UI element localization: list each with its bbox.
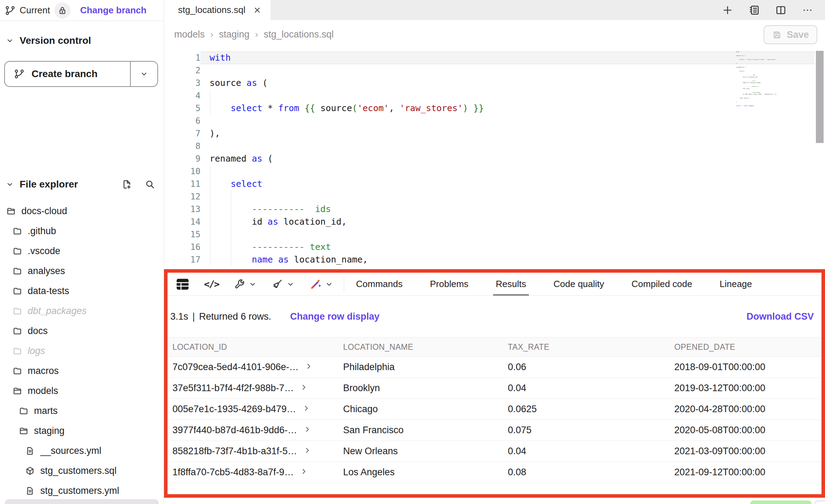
breadcrumb-part[interactable]: staging (219, 29, 250, 40)
plus-icon[interactable] (722, 5, 733, 16)
line-number: 10 (164, 165, 200, 178)
ellipsis-icon[interactable] (802, 5, 813, 16)
code-editor[interactable]: 1with23source as (45 select * from {{ so… (164, 47, 825, 269)
editor-header: models›staging›stg_locations.sql Save (164, 20, 825, 47)
expand-chevron-icon[interactable] (304, 425, 311, 433)
create-branch-label: Create branch (32, 68, 97, 80)
panel-tab-compiled-code[interactable]: Compiled code (630, 273, 694, 296)
tree-item-label: stg_customers.sql (40, 465, 117, 476)
tree-item-label: marts (34, 406, 58, 416)
tab-stg-locations-sql[interactable]: stg_locations.sql (168, 0, 271, 20)
table-row: 37e5f311-b7f4-4f2f-988b-7…Brooklyn0.0420… (168, 378, 821, 399)
close-icon[interactable] (253, 6, 261, 14)
table-cell: 2020-04-28T00:00:00 (669, 404, 821, 415)
change-branch-link[interactable]: Change branch (80, 5, 146, 16)
code-line-7: 7), (164, 127, 825, 140)
magic-wand-button[interactable] (309, 278, 333, 290)
file-explorer-section-header[interactable]: File explorer (0, 177, 164, 191)
wrench-button[interactable] (234, 279, 257, 290)
broom-button[interactable] (272, 279, 295, 290)
results-table-header: LOCATION_IDLOCATION_NAMETAX_RATEOPENED_D… (168, 337, 821, 357)
change-row-display-link[interactable]: Change row display (290, 311, 380, 322)
expand-chevron-icon[interactable] (305, 362, 313, 370)
tree-item-stg-customers-sql[interactable]: stg_customers.sql (0, 461, 164, 481)
create-branch-button[interactable]: Create branch (4, 61, 158, 87)
tree-item-models[interactable]: models (0, 381, 164, 401)
panel-toolbar: </> CommandsProblemsResultsCode qualityC… (168, 273, 821, 296)
breadcrumb: models›staging›stg_locations.sql (174, 29, 334, 40)
chevron-down-icon (286, 280, 295, 288)
panel-tab-commands[interactable]: Commands (355, 273, 404, 296)
code-button[interactable]: </> (204, 279, 219, 290)
column-header-location_name: LOCATION_NAME (338, 342, 503, 352)
breadcrumb-part[interactable]: stg_locations.sql (264, 29, 334, 40)
panel-tab-lineage[interactable]: Lineage (718, 273, 754, 296)
split-icon[interactable] (775, 5, 786, 16)
tree-item--vscode[interactable]: .vscode (0, 241, 164, 261)
new-file-icon[interactable] (122, 179, 132, 190)
panel-tab-results[interactable]: Results (495, 273, 528, 296)
panel-tab-code-quality[interactable]: Code quality (552, 273, 606, 296)
tree-item-data-tests[interactable]: data-tests (0, 281, 164, 301)
tree-item-logs[interactable]: logs (0, 341, 164, 361)
version-control-section-header[interactable]: Version control (0, 34, 164, 48)
create-branch-dropdown[interactable] (130, 62, 157, 86)
table-cell: Philadelphia (338, 362, 503, 373)
toolbar-divider (344, 277, 344, 292)
save-button[interactable]: Save (764, 25, 817, 44)
tree-item--sources-yml[interactable]: __sources.yml (0, 441, 164, 461)
search-icon[interactable] (145, 179, 155, 190)
column-header-tax_rate: TAX_RATE (503, 342, 669, 352)
code-text: ---------- text (200, 241, 814, 253)
cube-icon (25, 466, 35, 476)
table-cell: New Orleans (338, 446, 503, 457)
tree-item-staging[interactable]: staging (0, 421, 164, 441)
editor-minimap[interactable]: with source as ( select * from {{ source… (736, 51, 776, 107)
tree-item-dbt-packages[interactable]: dbt_packages (0, 301, 164, 321)
cell-location-id: 005e7e1c-1935-4269-b479… (168, 404, 338, 415)
tree-item-analyses[interactable]: analyses (0, 261, 164, 281)
code-line-3: 3source as ( (164, 77, 825, 89)
read-only-badge (54, 2, 70, 19)
expand-chevron-icon[interactable] (304, 447, 311, 454)
editor-scrollbar[interactable] (816, 51, 824, 143)
tree-item-stg-customers-yml[interactable]: stg_customers.yml (0, 481, 164, 501)
panel-tab-problems[interactable]: Problems (429, 273, 470, 296)
tree-item-macros[interactable]: macros (0, 361, 164, 381)
indent-guide (210, 89, 210, 115)
notebook-icon[interactable] (749, 5, 760, 16)
folder-icon (13, 366, 22, 376)
code-text (200, 89, 814, 102)
tree-item-docs[interactable]: docs (0, 321, 164, 341)
table-icon (176, 278, 189, 290)
code-text (200, 64, 814, 77)
code-text: ), (200, 127, 814, 140)
expand-chevron-icon[interactable] (302, 404, 310, 412)
code-line-17: 17 name as location_name, (164, 253, 825, 266)
expand-chevron-icon[interactable] (300, 468, 308, 475)
download-csv-link[interactable]: Download CSV (746, 311, 814, 322)
broom-icon (272, 279, 283, 290)
chevron-down-icon (6, 36, 14, 45)
table-button[interactable] (176, 278, 189, 290)
tree-item--github[interactable]: .github (0, 221, 164, 241)
tree-item-docs-cloud[interactable]: docs-cloud (0, 201, 164, 221)
indent-guide (231, 190, 231, 266)
code-line-4: 4 (164, 89, 825, 102)
selected-file-partial[interactable] (5, 499, 159, 504)
version-control-header-bar: Current Change branch (0, 0, 164, 21)
code-text: renamed as ( (200, 152, 814, 165)
table-cell: 0.04 (503, 383, 669, 394)
code-text: select * from {{ source('ecom', 'raw_sto… (200, 102, 814, 115)
code-line-12: 12 (164, 190, 825, 203)
code-text (200, 228, 814, 241)
code-line-15: 15 (164, 228, 825, 241)
table-cell: 0.08 (503, 467, 669, 478)
table-cell: San Francisco (338, 425, 503, 436)
table-row: 3977f440-b87d-461b-9dd6-…San Francisco0.… (168, 420, 821, 441)
query-duration: 3.1s (170, 311, 188, 322)
breadcrumb-part[interactable]: models (174, 29, 205, 40)
expand-chevron-icon[interactable] (300, 383, 308, 391)
line-number: 13 (164, 203, 200, 216)
tree-item-marts[interactable]: marts (0, 401, 164, 421)
